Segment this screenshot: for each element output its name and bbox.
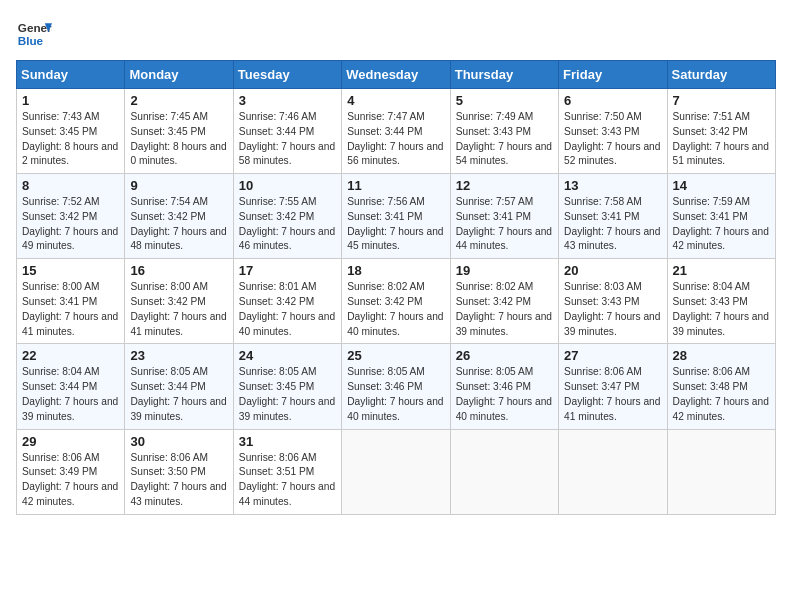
calendar-cell: 18Sunrise: 8:02 AMSunset: 3:42 PMDayligh… xyxy=(342,259,450,344)
day-info: Sunrise: 7:43 AMSunset: 3:45 PMDaylight:… xyxy=(22,110,119,169)
day-number: 9 xyxy=(130,178,227,193)
day-info: Sunrise: 8:06 AMSunset: 3:50 PMDaylight:… xyxy=(130,451,227,510)
day-info: Sunrise: 7:59 AMSunset: 3:41 PMDaylight:… xyxy=(673,195,770,254)
day-info: Sunrise: 8:01 AMSunset: 3:42 PMDaylight:… xyxy=(239,280,336,339)
calendar-cell: 28Sunrise: 8:06 AMSunset: 3:48 PMDayligh… xyxy=(667,344,775,429)
day-info: Sunrise: 7:57 AMSunset: 3:41 PMDaylight:… xyxy=(456,195,553,254)
calendar-cell: 15Sunrise: 8:00 AMSunset: 3:41 PMDayligh… xyxy=(17,259,125,344)
calendar-week-row: 15Sunrise: 8:00 AMSunset: 3:41 PMDayligh… xyxy=(17,259,776,344)
day-number: 22 xyxy=(22,348,119,363)
calendar-cell: 16Sunrise: 8:00 AMSunset: 3:42 PMDayligh… xyxy=(125,259,233,344)
day-number: 27 xyxy=(564,348,661,363)
page-header: General Blue xyxy=(16,16,776,52)
svg-text:Blue: Blue xyxy=(18,34,44,47)
day-number: 19 xyxy=(456,263,553,278)
day-info: Sunrise: 7:58 AMSunset: 3:41 PMDaylight:… xyxy=(564,195,661,254)
day-info: Sunrise: 7:51 AMSunset: 3:42 PMDaylight:… xyxy=(673,110,770,169)
day-number: 29 xyxy=(22,434,119,449)
day-number: 21 xyxy=(673,263,770,278)
day-info: Sunrise: 8:02 AMSunset: 3:42 PMDaylight:… xyxy=(347,280,444,339)
calendar-cell xyxy=(559,429,667,514)
day-number: 3 xyxy=(239,93,336,108)
day-number: 26 xyxy=(456,348,553,363)
weekday-header: Sunday xyxy=(17,61,125,89)
day-number: 24 xyxy=(239,348,336,363)
calendar-cell xyxy=(667,429,775,514)
day-info: Sunrise: 8:06 AMSunset: 3:48 PMDaylight:… xyxy=(673,365,770,424)
calendar-cell: 5Sunrise: 7:49 AMSunset: 3:43 PMDaylight… xyxy=(450,89,558,174)
calendar-cell: 30Sunrise: 8:06 AMSunset: 3:50 PMDayligh… xyxy=(125,429,233,514)
weekday-header: Thursday xyxy=(450,61,558,89)
day-info: Sunrise: 7:46 AMSunset: 3:44 PMDaylight:… xyxy=(239,110,336,169)
calendar-cell: 8Sunrise: 7:52 AMSunset: 3:42 PMDaylight… xyxy=(17,174,125,259)
day-number: 15 xyxy=(22,263,119,278)
logo-icon: General Blue xyxy=(16,16,52,52)
day-number: 28 xyxy=(673,348,770,363)
day-info: Sunrise: 8:06 AMSunset: 3:51 PMDaylight:… xyxy=(239,451,336,510)
calendar-week-row: 29Sunrise: 8:06 AMSunset: 3:49 PMDayligh… xyxy=(17,429,776,514)
calendar-cell: 31Sunrise: 8:06 AMSunset: 3:51 PMDayligh… xyxy=(233,429,341,514)
day-info: Sunrise: 8:04 AMSunset: 3:44 PMDaylight:… xyxy=(22,365,119,424)
calendar-cell xyxy=(342,429,450,514)
day-info: Sunrise: 7:56 AMSunset: 3:41 PMDaylight:… xyxy=(347,195,444,254)
day-number: 8 xyxy=(22,178,119,193)
calendar-cell: 2Sunrise: 7:45 AMSunset: 3:45 PMDaylight… xyxy=(125,89,233,174)
day-info: Sunrise: 7:52 AMSunset: 3:42 PMDaylight:… xyxy=(22,195,119,254)
day-number: 2 xyxy=(130,93,227,108)
calendar-week-row: 1Sunrise: 7:43 AMSunset: 3:45 PMDaylight… xyxy=(17,89,776,174)
day-number: 5 xyxy=(456,93,553,108)
logo: General Blue xyxy=(16,16,52,52)
calendar-cell: 14Sunrise: 7:59 AMSunset: 3:41 PMDayligh… xyxy=(667,174,775,259)
calendar-cell: 24Sunrise: 8:05 AMSunset: 3:45 PMDayligh… xyxy=(233,344,341,429)
day-number: 23 xyxy=(130,348,227,363)
calendar-cell: 21Sunrise: 8:04 AMSunset: 3:43 PMDayligh… xyxy=(667,259,775,344)
day-number: 31 xyxy=(239,434,336,449)
weekday-header: Saturday xyxy=(667,61,775,89)
day-number: 6 xyxy=(564,93,661,108)
calendar-cell: 23Sunrise: 8:05 AMSunset: 3:44 PMDayligh… xyxy=(125,344,233,429)
calendar-cell: 20Sunrise: 8:03 AMSunset: 3:43 PMDayligh… xyxy=(559,259,667,344)
weekday-header: Wednesday xyxy=(342,61,450,89)
day-info: Sunrise: 8:05 AMSunset: 3:46 PMDaylight:… xyxy=(456,365,553,424)
calendar-cell: 3Sunrise: 7:46 AMSunset: 3:44 PMDaylight… xyxy=(233,89,341,174)
calendar-cell: 26Sunrise: 8:05 AMSunset: 3:46 PMDayligh… xyxy=(450,344,558,429)
day-info: Sunrise: 8:02 AMSunset: 3:42 PMDaylight:… xyxy=(456,280,553,339)
calendar-cell: 12Sunrise: 7:57 AMSunset: 3:41 PMDayligh… xyxy=(450,174,558,259)
calendar-cell: 22Sunrise: 8:04 AMSunset: 3:44 PMDayligh… xyxy=(17,344,125,429)
day-info: Sunrise: 7:55 AMSunset: 3:42 PMDaylight:… xyxy=(239,195,336,254)
weekday-header: Tuesday xyxy=(233,61,341,89)
calendar-cell: 10Sunrise: 7:55 AMSunset: 3:42 PMDayligh… xyxy=(233,174,341,259)
weekday-header: Monday xyxy=(125,61,233,89)
calendar-cell: 17Sunrise: 8:01 AMSunset: 3:42 PMDayligh… xyxy=(233,259,341,344)
day-number: 12 xyxy=(456,178,553,193)
calendar-cell: 11Sunrise: 7:56 AMSunset: 3:41 PMDayligh… xyxy=(342,174,450,259)
calendar-cell: 19Sunrise: 8:02 AMSunset: 3:42 PMDayligh… xyxy=(450,259,558,344)
day-info: Sunrise: 7:54 AMSunset: 3:42 PMDaylight:… xyxy=(130,195,227,254)
day-info: Sunrise: 8:04 AMSunset: 3:43 PMDaylight:… xyxy=(673,280,770,339)
day-info: Sunrise: 8:03 AMSunset: 3:43 PMDaylight:… xyxy=(564,280,661,339)
calendar-cell: 13Sunrise: 7:58 AMSunset: 3:41 PMDayligh… xyxy=(559,174,667,259)
day-number: 11 xyxy=(347,178,444,193)
day-info: Sunrise: 8:00 AMSunset: 3:41 PMDaylight:… xyxy=(22,280,119,339)
calendar-cell: 29Sunrise: 8:06 AMSunset: 3:49 PMDayligh… xyxy=(17,429,125,514)
day-number: 16 xyxy=(130,263,227,278)
day-info: Sunrise: 7:47 AMSunset: 3:44 PMDaylight:… xyxy=(347,110,444,169)
calendar-cell: 4Sunrise: 7:47 AMSunset: 3:44 PMDaylight… xyxy=(342,89,450,174)
calendar-cell: 6Sunrise: 7:50 AMSunset: 3:43 PMDaylight… xyxy=(559,89,667,174)
calendar-cell xyxy=(450,429,558,514)
day-info: Sunrise: 7:49 AMSunset: 3:43 PMDaylight:… xyxy=(456,110,553,169)
day-number: 10 xyxy=(239,178,336,193)
day-info: Sunrise: 7:50 AMSunset: 3:43 PMDaylight:… xyxy=(564,110,661,169)
calendar-cell: 27Sunrise: 8:06 AMSunset: 3:47 PMDayligh… xyxy=(559,344,667,429)
day-number: 7 xyxy=(673,93,770,108)
weekday-header: Friday xyxy=(559,61,667,89)
day-number: 18 xyxy=(347,263,444,278)
calendar-cell: 7Sunrise: 7:51 AMSunset: 3:42 PMDaylight… xyxy=(667,89,775,174)
calendar-cell: 1Sunrise: 7:43 AMSunset: 3:45 PMDaylight… xyxy=(17,89,125,174)
day-info: Sunrise: 8:00 AMSunset: 3:42 PMDaylight:… xyxy=(130,280,227,339)
day-number: 20 xyxy=(564,263,661,278)
day-number: 4 xyxy=(347,93,444,108)
calendar-cell: 25Sunrise: 8:05 AMSunset: 3:46 PMDayligh… xyxy=(342,344,450,429)
calendar-week-row: 22Sunrise: 8:04 AMSunset: 3:44 PMDayligh… xyxy=(17,344,776,429)
day-number: 13 xyxy=(564,178,661,193)
